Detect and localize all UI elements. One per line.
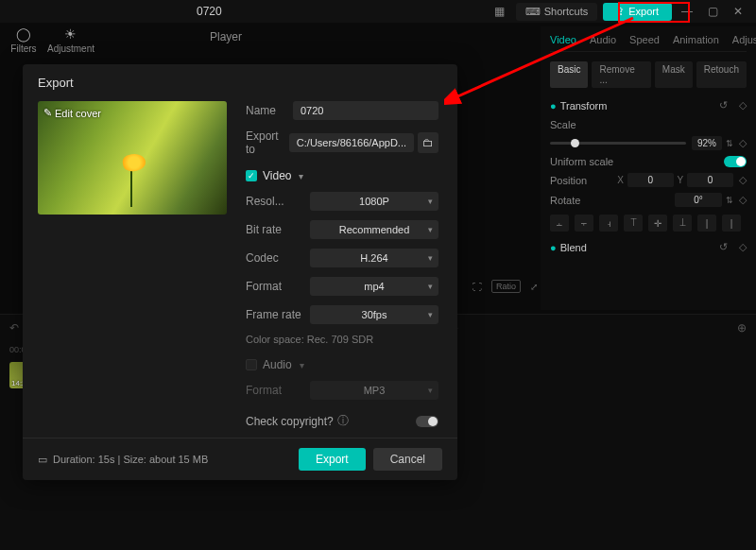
undo-icon[interactable]: ↶: [9, 321, 19, 335]
project-title: 0720: [197, 5, 222, 18]
layout-icon[interactable]: ▦: [489, 2, 510, 21]
keyframe-icon[interactable]: ◇: [739, 137, 747, 149]
bitrate-label: Bit rate: [246, 223, 310, 236]
pencil-icon: ✎: [43, 107, 52, 119]
edit-cover-button[interactable]: ✎ Edit cover: [43, 107, 101, 119]
reset-icon[interactable]: ↺: [719, 241, 728, 253]
info-icon[interactable]: ⓘ: [337, 413, 349, 429]
codec-select[interactable]: H.264▾: [310, 249, 438, 267]
tab-animation[interactable]: Animation: [673, 34, 719, 45]
chevron-down-icon: ●: [550, 242, 557, 253]
colorspace-text: Color space: Rec. 709 SDR: [246, 334, 438, 345]
align-dist2-icon[interactable]: |: [722, 215, 741, 232]
codec-label: Codec: [246, 251, 310, 265]
crop-icon[interactable]: ⛶: [472, 282, 482, 292]
property-tabs: Video Audio Speed Animation Adjust: [550, 34, 747, 52]
scale-row: Scale: [550, 119, 747, 130]
position-row: Position X 0 Y 0 ◇: [550, 173, 747, 187]
keyframe-icon[interactable]: ◇: [739, 241, 747, 253]
framerate-label: Frame rate: [246, 308, 310, 321]
subtab-retouch[interactable]: Retouch: [696, 61, 747, 88]
align-hcenter-icon[interactable]: ⫟: [575, 215, 593, 232]
tab-audio[interactable]: Audio: [590, 34, 616, 45]
chevron-down-icon: ▾: [299, 171, 303, 181]
chevron-down-icon: ●: [550, 100, 557, 112]
subtab-remove[interactable]: Remove ...: [592, 61, 650, 88]
reset-icon[interactable]: ↺: [719, 99, 728, 112]
chevron-down-icon: ▾: [428, 225, 433, 234]
tab-adjust[interactable]: Adjust: [732, 34, 756, 45]
scale-value[interactable]: 92%: [692, 136, 722, 150]
align-buttons: ⫠ ⫟ ⫞ ⟙ ✛ ⟘ | |: [550, 215, 747, 232]
align-top-icon[interactable]: ⟙: [624, 215, 643, 232]
keyframe-icon[interactable]: ◇: [739, 174, 747, 186]
name-input[interactable]: [293, 101, 438, 120]
folder-icon: 🗀: [422, 136, 434, 149]
align-bottom-icon[interactable]: ⟘: [673, 215, 692, 232]
align-dist-icon[interactable]: |: [697, 215, 716, 232]
resolution-select[interactable]: 1080P▾: [310, 192, 438, 211]
align-vcenter-icon[interactable]: ✛: [648, 215, 667, 232]
resolution-label: Resol...: [246, 195, 310, 208]
export-confirm-button[interactable]: Export: [299, 448, 366, 471]
uniform-scale-toggle[interactable]: [724, 156, 747, 167]
browse-folder-button[interactable]: 🗀: [418, 132, 438, 153]
player-controls: ⛶ Ratio ⤢: [472, 280, 538, 293]
bitrate-select[interactable]: Recommended▾: [310, 220, 438, 239]
adjustment-icon: ☀: [47, 26, 94, 42]
position-x-input[interactable]: 0: [627, 173, 674, 187]
stepper-icon[interactable]: ⇅: [726, 196, 733, 205]
player-label: Player: [206, 30, 527, 49]
maximize-icon[interactable]: ▢: [702, 2, 724, 21]
export-to-label: Export to: [246, 129, 289, 156]
align-right-icon[interactable]: ⫞: [599, 215, 618, 232]
check-copyright-toggle[interactable]: [416, 416, 438, 427]
property-subtabs: Basic Remove ... Mask Retouch: [550, 61, 747, 88]
video-checkbox[interactable]: ✓: [246, 170, 257, 181]
duration-info: ▭ Duration: 15s | Size: about 15 MB: [38, 454, 208, 466]
keyboard-icon: ⌨: [525, 6, 541, 18]
blend-section-header[interactable]: ● Blend ↺ ◇: [550, 241, 747, 253]
align-left-icon[interactable]: ⫠: [550, 215, 569, 232]
chevron-down-icon: ▾: [300, 360, 304, 370]
export-path: C:/Users/86166/AppD...: [289, 133, 414, 152]
rotate-input[interactable]: 0°: [675, 193, 722, 207]
check-copyright-row: Check copyright? ⓘ: [246, 413, 438, 429]
keyframe-icon[interactable]: ◇: [739, 99, 747, 112]
cover-preview[interactable]: ✎ Edit cover: [38, 101, 227, 215]
framerate-select[interactable]: 30fps▾: [310, 305, 438, 324]
tab-speed[interactable]: Speed: [629, 34, 660, 45]
annotation-highlight-box: [618, 2, 690, 23]
zoom-icon[interactable]: ⊕: [737, 321, 747, 335]
position-y-input[interactable]: 0: [687, 173, 733, 187]
audio-section-header[interactable]: Audio ▾: [246, 358, 438, 371]
video-section-header[interactable]: ✓ Video ▾: [246, 169, 438, 182]
filters-icon: ◯: [0, 26, 47, 42]
audio-checkbox[interactable]: [246, 359, 257, 370]
dialog-footer: ▭ Duration: 15s | Size: about 15 MB Expo…: [23, 438, 457, 480]
export-dialog: Export ✎ Edit cover Name Export to C:/Us…: [23, 64, 457, 480]
subtab-basic[interactable]: Basic: [550, 61, 588, 88]
audio-format-select: MP3▾: [310, 381, 438, 400]
film-icon: ▭: [38, 454, 47, 466]
format-label: Format: [246, 280, 310, 293]
dialog-title: Export: [23, 64, 457, 101]
uniform-scale-row: Uniform scale: [550, 156, 747, 167]
ratio-button[interactable]: Ratio: [491, 280, 521, 293]
audio-format-label: Format: [246, 384, 310, 397]
scale-slider[interactable]: [550, 142, 686, 145]
transform-section-header[interactable]: ● Transform ↺ ◇: [550, 99, 747, 112]
tab-video[interactable]: Video: [550, 34, 576, 45]
close-icon[interactable]: ✕: [728, 2, 748, 21]
format-select[interactable]: mp4▾: [310, 277, 438, 296]
shortcuts-button[interactable]: ⌨ Shortcuts: [516, 3, 597, 21]
rotate-row: Rotate 0° ⇅ ◇: [550, 193, 747, 207]
name-label: Name: [246, 104, 293, 117]
stepper-icon[interactable]: ⇅: [726, 139, 733, 148]
keyframe-icon[interactable]: ◇: [739, 194, 747, 206]
fullscreen-icon[interactable]: ⤢: [530, 282, 538, 292]
chevron-down-icon: ▾: [428, 310, 433, 319]
properties-panel: Video Audio Speed Animation Adjust Basic…: [541, 26, 756, 310]
subtab-mask[interactable]: Mask: [655, 61, 693, 88]
cancel-button[interactable]: Cancel: [373, 448, 442, 471]
